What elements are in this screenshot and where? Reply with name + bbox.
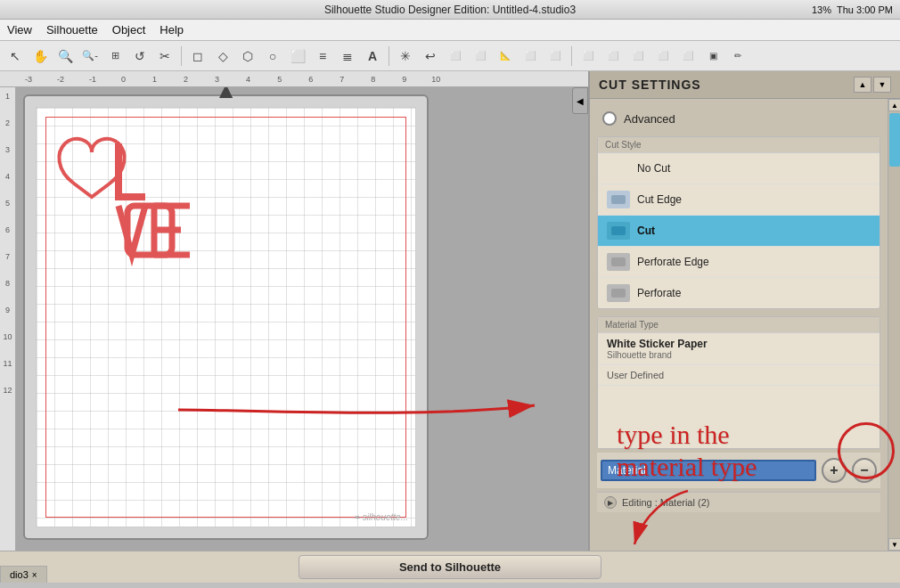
menu-silhouette[interactable]: Silhouette	[46, 23, 98, 37]
tool-text[interactable]: A	[361, 45, 384, 68]
scroll-down-arrow[interactable]: ▼	[888, 538, 900, 551]
tool-undo2[interactable]: ↩	[419, 45, 442, 68]
material-name: White Sticker Paper	[607, 338, 871, 350]
status-arrow-icon: ▶	[604, 496, 617, 509]
title-bar: Silhouette Studio Designer Edition: Unti…	[0, 0, 900, 20]
tool-zoom-in[interactable]: 🔍	[53, 45, 77, 68]
no-cut-label: No Cut	[637, 162, 670, 175]
scroll-up-arrow[interactable]: ▲	[888, 99, 900, 111]
tool-zoom-out[interactable]: 🔍-	[78, 45, 102, 68]
toolbar: ↖ ✋ 🔍 🔍- ⊞ ↺ ✂ ◻ ◇ ⬡ ○ ⬜ ≡ ≣ A ✳ ↩ ⬜ ⬜ 📐…	[0, 41, 900, 71]
svg-rect-3	[611, 226, 626, 235]
tool-b5[interactable]: ⬜	[544, 45, 567, 68]
tool-lines2[interactable]: ≣	[336, 45, 359, 68]
scroll-thumb[interactable]	[889, 113, 900, 167]
tool-shape1[interactable]: ◻	[186, 45, 209, 68]
tool-cursor[interactable]: ↖	[4, 45, 27, 68]
tool-b10[interactable]: ⬜	[676, 45, 700, 68]
material-brand: Silhouette brand	[607, 350, 871, 360]
perforate-edge-icon	[607, 253, 630, 271]
toolbar-separator-3	[571, 46, 572, 66]
tool-zoom-fit[interactable]: ⊞	[103, 45, 127, 68]
cut-label: Cut	[637, 225, 655, 237]
panel-collapse-btn[interactable]: ◀	[572, 87, 588, 114]
canvas-area[interactable]: -3 -2 -1 0 1 2 3 4 5 6 7 8 9 10 12345678…	[0, 71, 588, 551]
panel-header: CUT SETTINGS ▲ ▼	[590, 71, 900, 99]
panel-body: Advanced Cut Style No Cut	[590, 99, 888, 551]
tool-b12[interactable]: ✏	[726, 45, 749, 68]
svg-rect-5	[611, 289, 626, 298]
perforate-icon	[607, 284, 630, 302]
window-title: Silhouette Studio Designer Edition: Unti…	[324, 4, 576, 16]
send-to-silhouette-button[interactable]: Send to Silhouette	[299, 555, 601, 579]
menu-object[interactable]: Object	[112, 23, 146, 37]
toolbar-separator-1	[181, 46, 182, 66]
advanced-label: Advanced	[624, 112, 675, 126]
bottom-bar: Send to Silhouette dio3 ×	[0, 551, 900, 583]
tool-b9[interactable]: ⬜	[651, 45, 675, 68]
material-input[interactable]	[601, 460, 816, 481]
tool-shape3[interactable]: ⬡	[236, 45, 259, 68]
tool-star[interactable]: ✳	[394, 45, 417, 68]
tool-b4[interactable]: ⬜	[519, 45, 542, 68]
perforate-label: Perforate	[637, 287, 681, 299]
battery-level: 13%	[812, 4, 831, 15]
advanced-radio[interactable]	[602, 111, 617, 126]
perforate-edge-label: Perforate Edge	[637, 256, 709, 268]
tool-rotate[interactable]: ↺	[128, 45, 151, 68]
user-defined-label: User Defined	[607, 370, 664, 380]
advanced-option[interactable]: Advanced	[597, 104, 880, 133]
document-tab[interactable]: dio3 ×	[0, 566, 47, 583]
tool-b7[interactable]: ⬜	[601, 45, 625, 68]
tab-label: dio3	[10, 569, 29, 580]
cut-option-no-cut[interactable]: No Cut	[598, 153, 880, 184]
bottom-tab: dio3 ×	[0, 566, 47, 583]
cut-edge-icon	[607, 191, 630, 208]
material-white-sticker[interactable]: White Sticker Paper Silhouette brand	[598, 333, 880, 365]
tool-b3[interactable]: 📐	[494, 45, 517, 68]
brand-watermark: ❧ silhouette...	[353, 512, 408, 522]
tool-b8[interactable]: ⬜	[626, 45, 650, 68]
cut-option-perforate-edge[interactable]: Perforate Edge	[598, 247, 880, 278]
cut-style-label: Cut Style	[598, 137, 880, 153]
tool-shape4[interactable]: ○	[261, 45, 284, 68]
main-content: -3 -2 -1 0 1 2 3 4 5 6 7 8 9 10 12345678…	[0, 71, 900, 551]
cutting-mat: ▲ ❧ si	[23, 94, 429, 540]
tool-shape5[interactable]: ⬜	[286, 45, 309, 68]
tool-undo[interactable]: ✂	[153, 45, 176, 68]
cut-option-cut[interactable]: Cut	[598, 216, 880, 247]
material-type-section: Material Type White Sticker Paper Silhou…	[597, 316, 880, 449]
menu-help[interactable]: Help	[160, 23, 184, 37]
cut-option-perforate[interactable]: Perforate	[598, 278, 880, 308]
material-list-empty	[598, 386, 880, 448]
no-cut-icon	[607, 159, 630, 177]
material-add-btn[interactable]: +	[822, 458, 847, 483]
menu-view[interactable]: View	[7, 23, 32, 37]
cut-icon	[607, 222, 630, 240]
ruler-left: 123456789101112	[0, 87, 16, 551]
cut-settings-panel: CUT SETTINGS ▲ ▼ Advanced Cut Style	[588, 71, 900, 551]
tool-shape2[interactable]: ◇	[211, 45, 234, 68]
editing-status: ▶ Editing : Material (2)	[597, 492, 880, 512]
paper-area: ❧ silhouette...	[36, 107, 416, 527]
material-remove-btn[interactable]: −	[852, 458, 877, 483]
tool-b6[interactable]: ⬜	[577, 45, 600, 68]
material-input-row: + −	[597, 453, 880, 488]
user-defined-row[interactable]: User Defined	[598, 365, 880, 386]
tool-lines[interactable]: ≡	[311, 45, 334, 68]
panel-scrollbar[interactable]: ▲ ▼	[888, 99, 900, 551]
cut-style-section: Cut Style No Cut Cut Edge	[597, 136, 880, 309]
editing-status-text: Editing : Material (2)	[622, 497, 709, 508]
tool-hand[interactable]: ✋	[29, 45, 52, 68]
tool-b2[interactable]: ⬜	[469, 45, 492, 68]
ruler-top: -3 -2 -1 0 1 2 3 4 5 6 7 8 9 10	[0, 71, 588, 87]
tool-b1[interactable]: ⬜	[444, 45, 467, 68]
material-type-label: Material Type	[598, 317, 880, 333]
menu-bar: View Silhouette Object Help 13% Thu 3:00…	[0, 20, 900, 41]
cut-option-cut-edge[interactable]: Cut Edge	[598, 184, 880, 216]
love-design	[47, 126, 208, 304]
panel-nav-up[interactable]: ▲	[854, 77, 871, 93]
tool-b11[interactable]: ▣	[701, 45, 724, 68]
tab-close-icon[interactable]: ×	[32, 570, 37, 580]
panel-nav-down[interactable]: ▼	[873, 77, 891, 93]
